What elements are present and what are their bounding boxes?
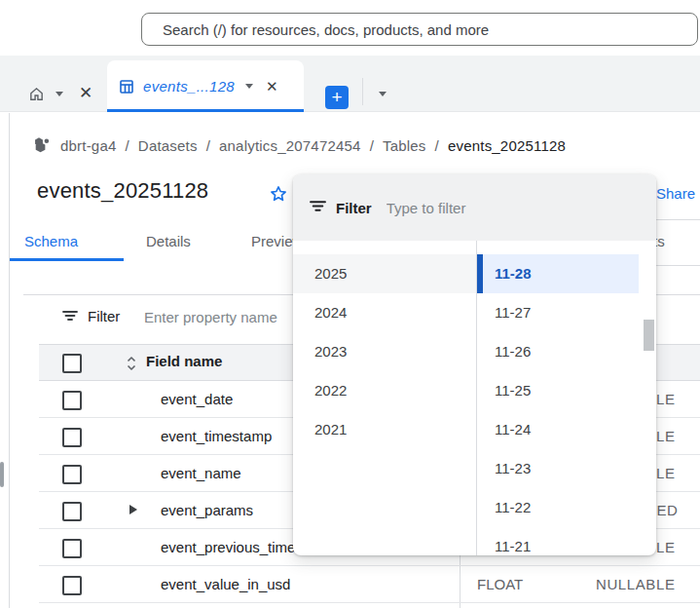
field-mode: NULLABLE xyxy=(596,566,676,602)
popup-filter-label: Filter xyxy=(336,200,372,216)
top-bar xyxy=(0,0,700,56)
tab-overflow-caret-icon[interactable] xyxy=(379,92,387,96)
right-edge-divider-top xyxy=(656,219,700,220)
table-icon xyxy=(119,79,134,95)
breadcrumb-separator: / xyxy=(125,137,129,154)
breadcrumb: dbrt-ga4/Datasets/analytics_207472454/Ta… xyxy=(60,136,566,156)
schema-filter-label: Filter xyxy=(88,308,120,324)
year-option-2024[interactable]: 2024 xyxy=(293,293,476,332)
year-option-2021[interactable]: 2021 xyxy=(293,410,476,449)
tab-events-table[interactable]: events_...128 ✕ xyxy=(107,60,304,112)
field-name: event_name xyxy=(161,455,241,491)
editor-tab-strip: ✕ events_...128 ✕ + xyxy=(0,56,700,112)
tabstrip-separator xyxy=(362,78,363,105)
active-tab-caret-icon[interactable] xyxy=(245,84,253,89)
popup-scrollbar-thumb[interactable] xyxy=(644,320,654,351)
year-option-2025[interactable]: 2025 xyxy=(293,254,476,293)
year-option-2022[interactable]: 2022 xyxy=(293,371,476,410)
row-checkbox[interactable] xyxy=(62,391,82,410)
field-name: event_value_in_usd xyxy=(161,566,290,602)
breadcrumb-segment-dbrt-ga4[interactable]: dbrt-ga4 xyxy=(60,137,116,154)
left-scrollbar-thumb[interactable] xyxy=(0,462,4,487)
page-title: events_20251128 xyxy=(37,178,208,204)
popup-header: Filter xyxy=(293,174,656,241)
row-checkbox[interactable] xyxy=(62,502,82,521)
tab-details[interactable]: Details xyxy=(146,233,191,249)
expand-arrow-icon[interactable] xyxy=(129,505,137,514)
row-checkbox[interactable] xyxy=(62,576,82,595)
right-edge-divider-bottom xyxy=(656,265,700,266)
day-option-11-28[interactable]: 11-28 xyxy=(477,254,639,293)
search-input[interactable] xyxy=(141,13,698,46)
sort-icon[interactable] xyxy=(125,356,138,375)
field-name: event_params xyxy=(161,492,253,528)
breadcrumb-segment-events_20251128: events_20251128 xyxy=(448,137,566,154)
day-option-11-24[interactable]: 11-24 xyxy=(477,410,639,449)
breadcrumb-segment-Tables[interactable]: Tables xyxy=(383,137,426,154)
day-option-11-23[interactable]: 11-23 xyxy=(477,449,639,488)
row-checkbox[interactable] xyxy=(62,539,82,558)
popup-body: 20252024202320222021 11-2811-2711-2611-2… xyxy=(293,241,656,555)
field-name: event_date xyxy=(161,381,233,417)
popup-filter-icon xyxy=(310,199,326,217)
day-option-11-22[interactable]: 11-22 xyxy=(477,488,639,527)
row-checkbox[interactable] xyxy=(62,465,82,484)
active-tab-indicator xyxy=(107,109,304,112)
breadcrumb-segment-Datasets[interactable]: Datasets xyxy=(138,137,198,154)
active-tab-close-icon[interactable]: ✕ xyxy=(266,79,278,95)
home-icon[interactable] xyxy=(28,86,45,102)
breadcrumb-separator: / xyxy=(206,137,210,154)
active-tab-label: events_...128 xyxy=(143,78,235,95)
share-button[interactable]: Share xyxy=(656,185,695,202)
bigquery-table-page: ✕ events_...128 ✕ + xyxy=(0,0,700,608)
schema-filter-icon xyxy=(62,309,78,326)
star-icon[interactable] xyxy=(269,184,288,208)
tab-schema[interactable]: Schema xyxy=(24,233,78,249)
content-left-divider xyxy=(9,113,10,608)
day-option-11-21[interactable]: 11-21 xyxy=(477,527,639,555)
field-name: event_timestamp xyxy=(161,418,272,454)
breadcrumb-separator: / xyxy=(370,137,374,154)
day-option-11-25[interactable]: 11-25 xyxy=(477,371,639,410)
home-tab-close-icon[interactable]: ✕ xyxy=(79,86,92,101)
field-type: FLOAT xyxy=(477,566,523,602)
home-tab-caret-icon[interactable] xyxy=(55,92,63,96)
popup-filter-input[interactable] xyxy=(385,199,554,217)
day-option-11-27[interactable]: 11-27 xyxy=(477,293,639,332)
schema-tab-indicator xyxy=(10,258,124,261)
select-all-checkbox[interactable] xyxy=(62,354,82,373)
field-name-header: Field name xyxy=(146,353,222,369)
table-suffix-filter-popup: Filter 20252024202320222021 11-2811-2711… xyxy=(293,174,656,555)
new-tab-button[interactable]: + xyxy=(325,86,349,109)
schema-row-event_value_in_usd: event_value_in_usdFLOATNULLABLE xyxy=(39,566,700,603)
row-checkbox[interactable] xyxy=(62,428,82,447)
breadcrumb-separator: / xyxy=(435,137,439,154)
year-option-2023[interactable]: 2023 xyxy=(293,332,476,371)
project-icon xyxy=(32,135,53,160)
day-option-11-26[interactable]: 11-26 xyxy=(477,332,639,371)
year-option-list: 20252024202320222021 xyxy=(293,241,477,555)
day-option-list: 11-2811-2711-2611-2511-2411-2311-2211-21 xyxy=(477,241,656,555)
breadcrumb-segment-analytics_207472454[interactable]: analytics_207472454 xyxy=(219,137,361,154)
